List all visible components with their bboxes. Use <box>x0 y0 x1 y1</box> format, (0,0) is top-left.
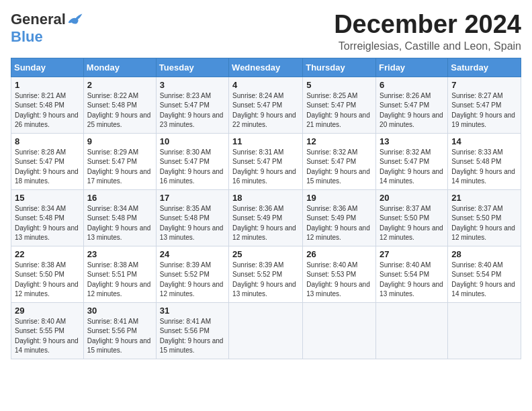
calendar-cell <box>303 302 376 359</box>
calendar-cell: 20Sunrise: 8:37 AMSunset: 5:50 PMDayligh… <box>376 189 448 246</box>
calendar-cell: 7Sunrise: 8:27 AMSunset: 5:47 PMDaylight… <box>448 77 521 133</box>
day-number: 10 <box>160 136 225 146</box>
day-info: Sunrise: 8:40 AMSunset: 5:54 PMDaylight:… <box>451 261 517 300</box>
day-number: 4 <box>232 80 299 90</box>
header-cell-saturday: Saturday <box>448 58 521 77</box>
logo-bird-icon <box>67 13 83 26</box>
calendar-cell: 16Sunrise: 8:34 AMSunset: 5:48 PMDayligh… <box>83 189 156 246</box>
day-number: 1 <box>15 80 80 90</box>
calendar-cell: 26Sunrise: 8:40 AMSunset: 5:53 PMDayligh… <box>303 246 376 302</box>
month-title: December 2024 <box>334 11 521 39</box>
day-number: 30 <box>87 306 152 316</box>
day-info: Sunrise: 8:40 AMSunset: 5:54 PMDaylight:… <box>380 261 444 300</box>
calendar-cell: 29Sunrise: 8:40 AMSunset: 5:55 PMDayligh… <box>11 302 84 359</box>
week-row-2: 8Sunrise: 8:28 AMSunset: 5:47 PMDaylight… <box>11 133 521 189</box>
calendar-cell: 19Sunrise: 8:36 AMSunset: 5:49 PMDayligh… <box>303 189 376 246</box>
calendar-header: SundayMondayTuesdayWednesdayThursdayFrid… <box>11 58 521 77</box>
calendar-cell: 9Sunrise: 8:29 AMSunset: 5:47 PMDaylight… <box>83 133 156 189</box>
calendar-cell: 4Sunrise: 8:24 AMSunset: 5:47 PMDaylight… <box>229 77 303 133</box>
day-number: 12 <box>306 136 372 146</box>
day-info: Sunrise: 8:38 AMSunset: 5:50 PMDaylight:… <box>15 261 80 300</box>
day-number: 7 <box>451 80 517 90</box>
day-info: Sunrise: 8:41 AMSunset: 5:56 PMDaylight:… <box>160 317 225 356</box>
location-title: Torreiglesias, Castille and Leon, Spain <box>334 40 521 52</box>
day-info: Sunrise: 8:39 AMSunset: 5:52 PMDaylight:… <box>160 261 225 300</box>
day-number: 13 <box>380 136 444 146</box>
day-info: Sunrise: 8:23 AMSunset: 5:47 PMDaylight:… <box>160 91 225 130</box>
day-number: 18 <box>232 193 299 203</box>
day-number: 24 <box>160 249 225 259</box>
day-info: Sunrise: 8:26 AMSunset: 5:47 PMDaylight:… <box>380 91 444 130</box>
calendar-cell: 5Sunrise: 8:25 AMSunset: 5:47 PMDaylight… <box>303 77 376 133</box>
day-info: Sunrise: 8:24 AMSunset: 5:47 PMDaylight:… <box>232 91 299 130</box>
calendar-cell: 24Sunrise: 8:39 AMSunset: 5:52 PMDayligh… <box>156 246 228 302</box>
day-info: Sunrise: 8:40 AMSunset: 5:53 PMDaylight:… <box>306 261 372 300</box>
day-info: Sunrise: 8:36 AMSunset: 5:49 PMDaylight:… <box>306 204 372 243</box>
logo: General Blue <box>11 11 83 46</box>
logo-blue-text: Blue <box>11 28 43 46</box>
day-info: Sunrise: 8:28 AMSunset: 5:47 PMDaylight:… <box>15 148 80 187</box>
day-info: Sunrise: 8:25 AMSunset: 5:47 PMDaylight:… <box>306 91 372 130</box>
week-row-1: 1Sunrise: 8:21 AMSunset: 5:48 PMDaylight… <box>11 77 521 133</box>
day-number: 16 <box>87 193 152 203</box>
calendar-cell: 6Sunrise: 8:26 AMSunset: 5:47 PMDaylight… <box>376 77 448 133</box>
day-info: Sunrise: 8:29 AMSunset: 5:47 PMDaylight:… <box>87 148 152 187</box>
header-cell-friday: Friday <box>376 58 448 77</box>
day-info: Sunrise: 8:37 AMSunset: 5:50 PMDaylight:… <box>380 204 444 243</box>
logo-general-text: General <box>11 11 66 28</box>
day-info: Sunrise: 8:32 AMSunset: 5:47 PMDaylight:… <box>380 148 444 187</box>
calendar-cell: 1Sunrise: 8:21 AMSunset: 5:48 PMDaylight… <box>11 77 84 133</box>
header-cell-thursday: Thursday <box>303 58 376 77</box>
day-number: 27 <box>380 249 444 259</box>
day-number: 9 <box>87 136 152 146</box>
day-info: Sunrise: 8:41 AMSunset: 5:56 PMDaylight:… <box>87 317 152 356</box>
day-number: 29 <box>15 306 80 316</box>
calendar-cell: 12Sunrise: 8:32 AMSunset: 5:47 PMDayligh… <box>303 133 376 189</box>
calendar-cell: 8Sunrise: 8:28 AMSunset: 5:47 PMDaylight… <box>11 133 84 189</box>
day-number: 3 <box>160 80 225 90</box>
day-info: Sunrise: 8:31 AMSunset: 5:47 PMDaylight:… <box>232 148 299 187</box>
day-number: 22 <box>15 249 80 259</box>
header-row: SundayMondayTuesdayWednesdayThursdayFrid… <box>11 58 521 77</box>
calendar-cell: 14Sunrise: 8:33 AMSunset: 5:48 PMDayligh… <box>448 133 521 189</box>
calendar-cell: 10Sunrise: 8:30 AMSunset: 5:47 PMDayligh… <box>156 133 228 189</box>
day-number: 15 <box>15 193 80 203</box>
day-number: 25 <box>232 249 299 259</box>
day-number: 20 <box>380 193 444 203</box>
day-number: 23 <box>87 249 152 259</box>
calendar-cell: 17Sunrise: 8:35 AMSunset: 5:48 PMDayligh… <box>156 189 228 246</box>
day-info: Sunrise: 8:22 AMSunset: 5:48 PMDaylight:… <box>87 91 152 130</box>
calendar-cell: 28Sunrise: 8:40 AMSunset: 5:54 PMDayligh… <box>448 246 521 302</box>
calendar-cell: 13Sunrise: 8:32 AMSunset: 5:47 PMDayligh… <box>376 133 448 189</box>
calendar-table: SundayMondayTuesdayWednesdayThursdayFrid… <box>11 58 521 359</box>
day-info: Sunrise: 8:35 AMSunset: 5:48 PMDaylight:… <box>160 204 225 243</box>
day-number: 28 <box>451 249 517 259</box>
title-section: December 2024 Torreiglesias, Castille an… <box>334 11 521 52</box>
day-info: Sunrise: 8:27 AMSunset: 5:47 PMDaylight:… <box>451 91 517 130</box>
day-info: Sunrise: 8:30 AMSunset: 5:47 PMDaylight:… <box>160 148 225 187</box>
day-info: Sunrise: 8:38 AMSunset: 5:51 PMDaylight:… <box>87 261 152 300</box>
day-info: Sunrise: 8:40 AMSunset: 5:55 PMDaylight:… <box>15 317 80 356</box>
day-info: Sunrise: 8:36 AMSunset: 5:49 PMDaylight:… <box>232 204 299 243</box>
calendar-cell: 21Sunrise: 8:37 AMSunset: 5:50 PMDayligh… <box>448 189 521 246</box>
calendar-cell: 23Sunrise: 8:38 AMSunset: 5:51 PMDayligh… <box>83 246 156 302</box>
day-number: 21 <box>451 193 517 203</box>
calendar-cell: 15Sunrise: 8:34 AMSunset: 5:48 PMDayligh… <box>11 189 84 246</box>
week-row-3: 15Sunrise: 8:34 AMSunset: 5:48 PMDayligh… <box>11 189 521 246</box>
day-info: Sunrise: 8:34 AMSunset: 5:48 PMDaylight:… <box>87 204 152 243</box>
day-number: 14 <box>451 136 517 146</box>
day-number: 17 <box>160 193 225 203</box>
day-info: Sunrise: 8:21 AMSunset: 5:48 PMDaylight:… <box>15 91 80 130</box>
day-number: 8 <box>15 136 80 146</box>
day-number: 6 <box>380 80 444 90</box>
day-number: 11 <box>232 136 299 146</box>
day-number: 5 <box>306 80 372 90</box>
calendar-cell: 27Sunrise: 8:40 AMSunset: 5:54 PMDayligh… <box>376 246 448 302</box>
day-info: Sunrise: 8:37 AMSunset: 5:50 PMDaylight:… <box>451 204 517 243</box>
calendar-body: 1Sunrise: 8:21 AMSunset: 5:48 PMDaylight… <box>11 77 521 359</box>
calendar-cell: 25Sunrise: 8:39 AMSunset: 5:52 PMDayligh… <box>229 246 303 302</box>
day-info: Sunrise: 8:39 AMSunset: 5:52 PMDaylight:… <box>232 261 299 300</box>
header-cell-wednesday: Wednesday <box>229 58 303 77</box>
day-number: 26 <box>306 249 372 259</box>
day-number: 19 <box>306 193 372 203</box>
